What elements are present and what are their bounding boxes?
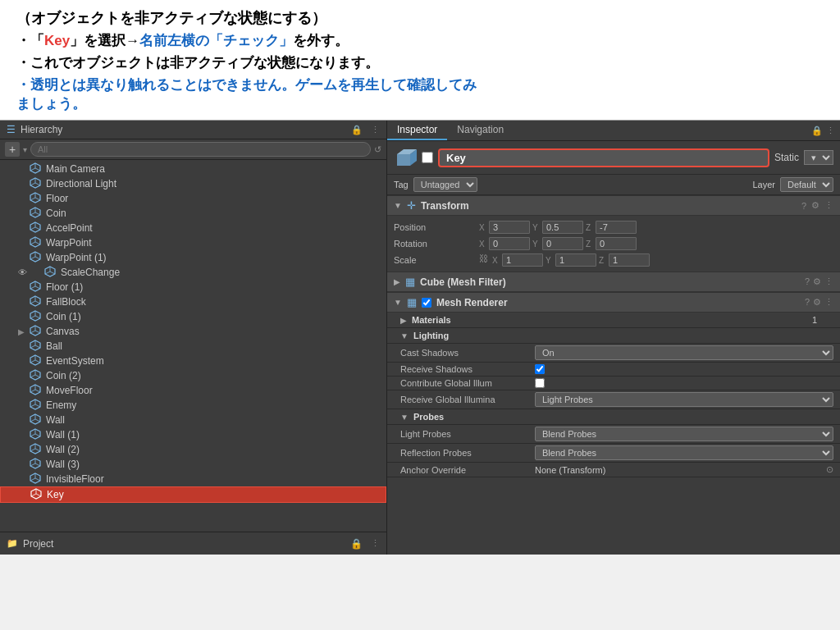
hierarchy-item-floor-(1)[interactable]: Floor (1) bbox=[0, 280, 386, 294]
hierarchy-item-eventsystem[interactable]: EventSystem bbox=[0, 354, 386, 368]
hierarchy-item-canvas[interactable]: ▶ Canvas bbox=[0, 324, 386, 339]
object-active-checkbox[interactable] bbox=[422, 152, 433, 163]
svg-line-26 bbox=[35, 257, 40, 259]
rotation-x-input[interactable] bbox=[489, 237, 530, 250]
svg-line-15 bbox=[30, 212, 35, 215]
probes-header[interactable]: ▼ Probes bbox=[387, 409, 840, 425]
layer-dropdown[interactable]: Default bbox=[780, 177, 833, 192]
scale-link-icon: ⛓ bbox=[479, 253, 488, 267]
hierarchy-item-main-camera[interactable]: Main Camera bbox=[0, 162, 386, 176]
position-x-item: X bbox=[479, 221, 530, 234]
hierarchy-item-scalechange[interactable]: 👁 ScaleChange bbox=[0, 265, 386, 280]
scale-z-input[interactable] bbox=[609, 253, 650, 267]
hierarchy-item-ball[interactable]: Ball bbox=[0, 339, 386, 354]
hierarchy-item-movefloor[interactable]: MoveFloor bbox=[0, 383, 386, 398]
hierarchy-item-coin-(1)[interactable]: Coin (1) bbox=[0, 309, 386, 324]
rotation-xyz: X Y Z bbox=[479, 237, 833, 250]
svg-line-35 bbox=[30, 286, 35, 289]
hierarchy-item-label: Directional Light bbox=[46, 178, 116, 189]
hierarchy-item-coin-(2)[interactable]: Coin (2) bbox=[0, 368, 386, 383]
hierarchy-add-button[interactable]: + bbox=[5, 142, 20, 157]
static-dropdown[interactable]: ▾ bbox=[804, 150, 833, 165]
hierarchy-item-floor[interactable]: Floor bbox=[0, 191, 386, 206]
svg-line-70 bbox=[35, 419, 40, 422]
contribute-checkbox[interactable] bbox=[535, 378, 545, 388]
mesh-filter-header[interactable]: ▶ ▦ Cube (Mesh Filter) ? ⚙ ⋮ bbox=[387, 272, 840, 292]
hierarchy-item-label: Floor bbox=[46, 193, 68, 204]
cube-icon bbox=[30, 443, 43, 456]
svg-line-87 bbox=[30, 478, 35, 481]
scale-xyz: ⛓ X Y Z bbox=[479, 253, 833, 267]
line2-prefix: ・「 bbox=[16, 33, 44, 48]
svg-line-23 bbox=[30, 242, 35, 244]
tree-arrow-icon: ▶ bbox=[18, 327, 28, 336]
svg-line-39 bbox=[30, 301, 35, 304]
scale-x-input[interactable] bbox=[502, 253, 543, 267]
rotation-y-input[interactable] bbox=[542, 237, 583, 250]
hierarchy-item-warppoint[interactable]: WarpPoint bbox=[0, 235, 386, 250]
light-probes-dropdown[interactable]: Blend Probes bbox=[535, 427, 833, 441]
hierarchy-item-directional-light[interactable]: Directional Light bbox=[0, 176, 386, 191]
materials-header[interactable]: ▶ Materials 1 bbox=[387, 313, 840, 328]
svg-line-30 bbox=[50, 272, 55, 274]
mesh-renderer-enabled-checkbox[interactable] bbox=[422, 298, 431, 308]
mesh-filter-help-icon: ? bbox=[805, 276, 810, 287]
svg-line-62 bbox=[35, 390, 40, 392]
transform-settings-icon: ⚙ bbox=[811, 200, 819, 211]
tag-dropdown[interactable]: Untagged bbox=[413, 177, 477, 192]
hierarchy-item-wall-(3)[interactable]: Wall (3) bbox=[0, 457, 386, 472]
tab-navigation[interactable]: Navigation bbox=[447, 121, 514, 140]
svg-line-22 bbox=[35, 242, 40, 244]
receive-shadows-checkbox[interactable] bbox=[535, 364, 545, 374]
receive-global-dropdown[interactable]: Light Probes bbox=[535, 392, 833, 407]
cube-icon bbox=[30, 207, 43, 220]
transform-section-header[interactable]: ▼ ✛ Transform ? ⚙ ⋮ bbox=[387, 195, 840, 216]
tab-inspector[interactable]: Inspector bbox=[387, 121, 447, 140]
hierarchy-item-fallblock[interactable]: FallBlock bbox=[0, 294, 386, 309]
scale-y-input[interactable] bbox=[555, 253, 596, 267]
hierarchy-item-label: WarpPoint bbox=[46, 237, 92, 249]
project-title: Project bbox=[23, 538, 53, 550]
hierarchy-item-label: WarpPoint (1) bbox=[46, 252, 107, 263]
hierarchy-item-enemy[interactable]: Enemy bbox=[0, 398, 386, 413]
position-x-input[interactable] bbox=[489, 221, 530, 234]
inspector-menu-icon: ⋮ bbox=[826, 126, 835, 136]
cube-icon bbox=[30, 458, 43, 471]
hierarchy-item-label: MoveFloor bbox=[46, 385, 93, 396]
hierarchy-item-label: Coin (1) bbox=[46, 311, 81, 322]
hierarchy-search-input[interactable] bbox=[30, 142, 371, 157]
hierarchy-item-invisiblefloor[interactable]: InvisibleFloor bbox=[0, 472, 386, 486]
hierarchy-item-accelpoint[interactable]: AccelPoint bbox=[0, 221, 386, 235]
mesh-filter-menu-icon: ⋮ bbox=[824, 276, 833, 287]
line2-key: Key bbox=[44, 33, 70, 48]
position-y-input[interactable] bbox=[542, 221, 583, 234]
reflection-probes-dropdown[interactable]: Blend Probes bbox=[535, 445, 833, 460]
hierarchy-menu-icon: ⋮ bbox=[371, 125, 380, 135]
cube-icon bbox=[44, 266, 57, 279]
hierarchy-item-warppoint-(1)[interactable]: WarpPoint (1) bbox=[0, 250, 386, 265]
project-bar: 📁 Project 🔒 ⋮ bbox=[0, 532, 386, 555]
hierarchy-item-label: FallBlock bbox=[46, 296, 86, 308]
probes-title: Probes bbox=[413, 412, 833, 422]
rotation-y-item: Y bbox=[532, 237, 583, 250]
hierarchy-item-wall-(2)[interactable]: Wall (2) bbox=[0, 442, 386, 457]
reflection-probes-label: Reflection Probes bbox=[400, 448, 532, 458]
hierarchy-list: Main Camera Directional Light Floor Coin… bbox=[0, 160, 386, 532]
mesh-renderer-header[interactable]: ▼ ▦ Mesh Renderer ? ⚙ ⋮ bbox=[387, 292, 840, 313]
position-z-input[interactable] bbox=[596, 221, 637, 234]
anchor-pick-icon[interactable]: ⊙ bbox=[826, 464, 833, 475]
hierarchy-item-coin[interactable]: Coin bbox=[0, 206, 386, 221]
rotation-z-input[interactable] bbox=[596, 237, 637, 250]
svg-line-75 bbox=[30, 434, 35, 436]
mesh-renderer-title: Mesh Renderer bbox=[436, 297, 800, 308]
hierarchy-item-label: Wall (1) bbox=[46, 429, 80, 441]
hierarchy-item-wall[interactable]: Wall bbox=[0, 413, 386, 427]
line1-text: （オブジェクトを非アクティブな状態にする） bbox=[16, 8, 824, 28]
cast-shadows-dropdown[interactable]: On bbox=[535, 345, 833, 360]
hierarchy-item-wall-(1)[interactable]: Wall (1) bbox=[0, 427, 386, 442]
hierarchy-item-key[interactable]: Key bbox=[0, 486, 386, 503]
cube-icon bbox=[30, 310, 43, 323]
cube-icon bbox=[30, 369, 43, 382]
position-z-item: Z bbox=[586, 221, 637, 234]
lighting-header[interactable]: ▼ Lighting bbox=[387, 328, 840, 344]
